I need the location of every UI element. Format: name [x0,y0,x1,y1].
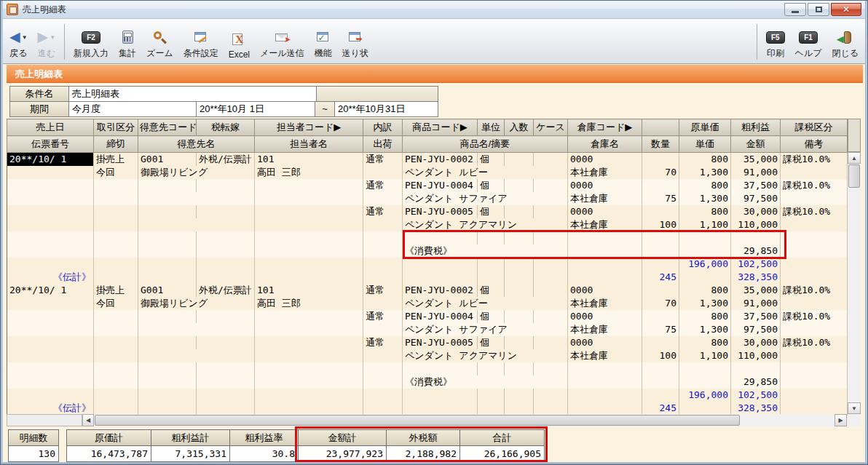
grid-subheader-4[interactable]: 出荷 [363,136,403,153]
grid-cell[interactable] [197,362,255,375]
grid-cell[interactable]: 102,500 [731,258,781,271]
grid-cell[interactable]: 800 [679,284,731,297]
grid-cell[interactable]: 外税/伝票計 [197,153,255,167]
grid-cell[interactable] [679,245,731,258]
grid-cell[interactable]: 通常 [363,284,403,297]
grid-cell[interactable] [7,231,94,245]
grid-cell[interactable]: 800 [679,179,731,192]
grid-cell[interactable]: 35,000 [731,284,781,297]
grid-cell[interactable]: 個 [478,205,505,218]
grid-header-11[interactable] [642,119,679,136]
forward-dropdown-icon[interactable]: ▼ [50,34,55,41]
horizontal-scrollbar[interactable]: ◀ ▶ [82,414,847,426]
grid-cell[interactable] [94,205,138,218]
grid-cell[interactable]: ペンダント アクアマリン [403,218,568,231]
grid-cell[interactable]: 通常 [363,179,403,192]
grid-cell[interactable]: 0000 [568,336,642,349]
grid-cell[interactable] [478,362,505,375]
grid-cell[interactable] [505,205,534,218]
grid-cell[interactable]: 800 [679,153,731,167]
grid-cell[interactable]: 1,300 [679,192,731,205]
grid-cell[interactable]: 0000 [568,179,642,192]
grid-cell[interactable] [534,205,568,218]
grid-cell[interactable]: 30,000 [731,336,781,349]
grid-cell[interactable] [255,192,363,205]
grid-cell[interactable]: PEN-JYU-0004 [403,179,478,192]
grid-cell[interactable]: 30,000 [731,205,781,218]
grid-cell[interactable] [94,179,138,192]
grid-cell[interactable]: 本社倉庫 [568,218,642,231]
grid-cell[interactable]: ペンダント サファイア [403,192,568,205]
toolbar-button-new-entry[interactable]: F2 新規入力 [68,21,114,63]
grid-cell[interactable] [781,271,848,284]
minimize-button[interactable] [784,3,806,16]
grid-cell[interactable] [255,323,363,336]
grid-cell[interactable]: ペンダント サファイア [403,323,568,336]
grid-cell[interactable] [642,284,679,297]
grid-cell[interactable] [403,402,478,416]
vertical-scroll-thumb[interactable] [848,164,860,188]
grid-cell[interactable] [478,258,505,271]
grid-cell[interactable]: PEN-JYU-0004 [403,310,478,323]
grid-cell[interactable] [363,271,403,284]
toolbar-button-functions[interactable]: ✓ 機能 [309,21,337,63]
maximize-button[interactable] [808,3,829,16]
back-button[interactable]: ◀▼ 戻る [4,21,33,63]
grid-cell[interactable]: ペンダント ルビー [403,297,568,310]
grid-cell[interactable] [7,349,94,362]
grid-cell[interactable]: PEN-JYU-0005 [403,205,478,218]
grid-cell[interactable] [781,245,848,258]
grid-cell[interactable]: 1,300 [679,166,731,179]
vertical-scrollbar[interactable]: ▲ ▼ [848,152,861,414]
grid-cell[interactable]: 102,500 [731,389,781,402]
grid-cell[interactable] [138,349,255,362]
grid-cell[interactable]: 100 [642,218,679,231]
grid-cell[interactable] [568,362,642,375]
grid-cell[interactable] [7,218,94,231]
grid-cell[interactable] [7,166,94,179]
grid-subheader-7[interactable]: 数量 [642,136,679,153]
grid-cell[interactable]: 110,000 [731,218,781,231]
horizontal-scroll-thumb[interactable] [95,415,740,426]
condition-name-value[interactable]: 売上明細表 [69,87,317,102]
grid-cell[interactable] [505,284,534,297]
grid-cell[interactable] [642,389,679,402]
grid-cell[interactable] [642,245,679,258]
grid-cell[interactable] [255,375,363,389]
back-dropdown-icon[interactable]: ▼ [22,34,28,41]
grid-cell[interactable]: 0000 [568,284,642,297]
scroll-left-button[interactable]: ◀ [82,414,94,426]
grid-cell[interactable] [534,179,568,192]
grid-cell[interactable] [138,258,197,271]
grid-cell[interactable] [138,179,197,192]
grid-cell[interactable]: 通常 [363,336,403,349]
grid-cell[interactable] [534,231,568,245]
toolbar-button-excel[interactable]: X Excel [224,21,255,63]
grid-cell[interactable] [363,349,403,362]
grid-cell[interactable]: 328,350 [731,271,781,284]
grid-cell[interactable] [642,336,679,349]
grid-cell[interactable]: G001 [138,153,197,167]
grid-cell[interactable]: 37,500 [731,179,781,192]
grid-cell[interactable] [255,271,363,284]
grid-subheader-0[interactable]: 伝票番号 [7,136,94,153]
grid-cell[interactable] [363,218,403,231]
grid-cell[interactable] [7,362,94,375]
grid-cell[interactable] [731,231,781,245]
grid-cell[interactable]: PEN-JYU-0005 [403,336,478,349]
grid-cell[interactable] [255,389,363,402]
grid-cell[interactable]: 91,000 [731,297,781,310]
grid-cell[interactable]: 本社倉庫 [568,349,642,362]
grid-cell[interactable]: 1,100 [679,349,731,362]
grid-subheader-1[interactable]: 締切 [94,136,138,153]
grid-cell[interactable] [505,153,534,167]
grid-cell[interactable]: ペンダント ルビー [403,166,568,179]
grid-cell[interactable] [138,362,197,375]
grid-cell[interactable]: 通常 [363,153,403,167]
grid-cell[interactable] [568,375,642,389]
grid-cell[interactable] [505,362,534,375]
grid-cell[interactable] [94,310,138,323]
grid-cell[interactable]: 掛売上 [94,153,138,167]
grid-cell[interactable] [731,362,781,375]
grid-cell[interactable] [94,362,138,375]
